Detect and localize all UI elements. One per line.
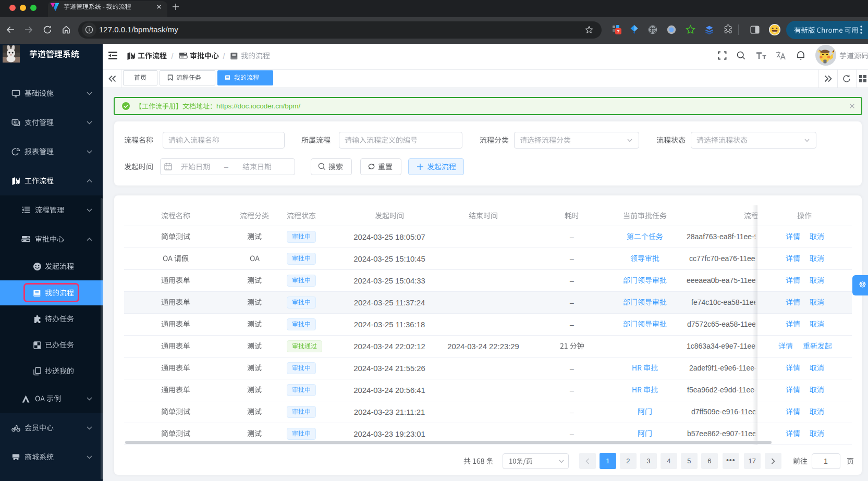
svg-text:7: 7 — [617, 29, 619, 34]
